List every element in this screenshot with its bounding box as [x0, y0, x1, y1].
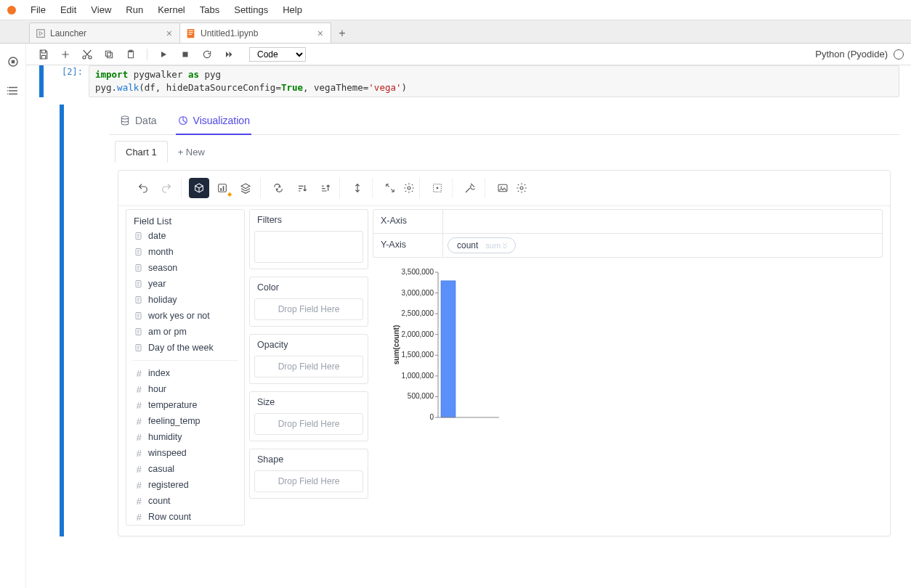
export-image-icon[interactable] — [493, 178, 513, 198]
color-shelf[interactable]: Color Drop Field Here — [249, 277, 368, 327]
duplicate-icon[interactable] — [799, 65, 809, 66]
insert-above-icon[interactable] — [851, 65, 862, 66]
kernel-status-icon[interactable] — [894, 49, 904, 60]
field-feeling_temp[interactable]: #feeling_temp — [126, 413, 244, 429]
export-gear-icon[interactable] — [516, 178, 527, 198]
close-icon[interactable]: × — [165, 28, 174, 39]
field-registered[interactable]: #registered — [126, 477, 244, 493]
shape-shelf[interactable]: Shape Drop Field Here — [249, 449, 368, 499]
menu-tabs[interactable]: Tabs — [193, 1, 227, 18]
size-shelf[interactable]: Size Drop Field Here — [249, 391, 368, 441]
sort-desc-icon[interactable] — [315, 178, 335, 198]
field-humidity[interactable]: #humidity — [126, 429, 244, 445]
menu-view[interactable]: View — [84, 1, 118, 18]
field-month[interactable]: month — [126, 244, 244, 260]
menu-file[interactable]: File — [23, 1, 53, 18]
cell-type-select[interactable]: Code — [249, 47, 306, 62]
tab-data[interactable]: Data — [118, 110, 158, 135]
mark-type-icon[interactable]: ◆ — [212, 178, 232, 198]
field-row-count[interactable]: #Row count — [126, 509, 244, 525]
opacity-drop[interactable]: Drop Field Here — [254, 356, 363, 377]
field-winspeed[interactable]: #winspeed — [126, 445, 244, 461]
sort-asc-icon[interactable] — [291, 178, 312, 198]
field-year[interactable]: year — [126, 276, 244, 292]
field-list-panel: Field List datemonthseasonyearholidaywor… — [126, 209, 245, 526]
field-temperature[interactable]: #temperature — [126, 397, 244, 413]
run-all-icon[interactable] — [222, 47, 236, 62]
chart-tab-1[interactable]: Chart 1 — [115, 141, 168, 163]
menu-help[interactable]: Help — [275, 1, 309, 18]
field-label: work yes or not — [148, 311, 210, 321]
save-icon[interactable] — [36, 47, 51, 62]
run-icon[interactable] — [156, 47, 171, 62]
axis-resize-icon[interactable] — [347, 178, 368, 198]
stack-icon[interactable] — [235, 178, 256, 198]
tab-notebook[interactable]: Untitled1.ipynb × — [180, 23, 331, 43]
svg-rect-6 — [37, 29, 45, 37]
color-drop[interactable]: Drop Field Here — [254, 298, 363, 320]
gear-icon[interactable] — [403, 178, 415, 198]
field-casual[interactable]: #casual — [126, 461, 244, 477]
new-chart-label: + New — [178, 147, 205, 158]
field-holiday[interactable]: holiday — [126, 292, 244, 308]
svg-point-32 — [520, 187, 523, 189]
layout-icon[interactable] — [380, 178, 400, 198]
y-axis-drop[interactable]: count sum — [443, 234, 882, 257]
paste-icon[interactable] — [124, 47, 138, 62]
new-tab-button[interactable]: + — [333, 24, 352, 43]
field-label: Day of the week — [148, 343, 214, 353]
transpose-icon[interactable] — [268, 178, 288, 198]
code-editor[interactable]: import pygwalker as pygpyg.walk(df, hide… — [89, 65, 899, 97]
move-down-icon[interactable] — [834, 65, 844, 66]
copy-icon[interactable] — [102, 47, 116, 62]
toc-icon[interactable] — [5, 83, 21, 99]
pyg-body: Field List datemonthseasonyearholidaywor… — [118, 206, 890, 536]
restart-icon[interactable] — [200, 47, 214, 62]
delete-cell-icon[interactable] — [885, 65, 894, 66]
field-label: casual — [148, 464, 174, 474]
svg-text:0: 0 — [429, 413, 434, 421]
redo-icon[interactable] — [156, 178, 177, 198]
tab-visualization[interactable]: Visualization — [176, 110, 251, 135]
move-up-icon[interactable] — [817, 65, 827, 66]
code-cell[interactable]: [2]: import pygwalker as pygpyg.walk(df,… — [39, 65, 899, 97]
y-axis-shelf[interactable]: Y-Axis count sum — [373, 234, 883, 258]
field-count[interactable]: #count — [126, 493, 244, 509]
filters-shelf[interactable]: Filters — [249, 209, 368, 269]
drop-hint: Drop Field Here — [278, 362, 340, 372]
opacity-shelf[interactable]: Opacity Drop Field Here — [249, 334, 368, 384]
cut-icon[interactable] — [80, 47, 94, 62]
field-am-or-pm[interactable]: am or pm — [126, 324, 244, 340]
y-axis-pill[interactable]: count sum — [448, 237, 516, 253]
field-index[interactable]: #index — [126, 365, 244, 381]
y-pill-agg[interactable]: sum — [485, 241, 508, 250]
field-label: hour — [148, 384, 166, 394]
undo-icon[interactable] — [133, 178, 153, 198]
menu-run[interactable]: Run — [118, 1, 150, 18]
tab-launcher[interactable]: Launcher × — [29, 23, 180, 43]
insert-below-icon[interactable] — [869, 65, 878, 66]
field-season[interactable]: season — [126, 260, 244, 276]
running-icon[interactable] — [5, 54, 21, 70]
close-icon[interactable]: × — [316, 28, 325, 39]
kernel-name[interactable]: Python (Pyodide) — [815, 49, 888, 60]
field-date[interactable]: date — [126, 228, 244, 244]
filters-drop[interactable] — [254, 231, 363, 263]
stop-icon[interactable] — [178, 47, 193, 62]
x-axis-shelf[interactable]: X-Axis — [373, 209, 883, 234]
field-hour[interactable]: #hour — [126, 381, 244, 397]
size-title: Size — [250, 392, 368, 410]
new-chart-button[interactable]: + New — [171, 142, 212, 162]
size-drop[interactable]: Drop Field Here — [254, 413, 363, 435]
menu-kernel[interactable]: Kernel — [150, 1, 193, 18]
field-work-yes-or-not[interactable]: work yes or not — [126, 308, 244, 324]
shape-drop[interactable]: Drop Field Here — [254, 470, 363, 492]
field-day-of-the-week[interactable]: Day of the week — [126, 340, 244, 356]
aggregate-icon[interactable] — [189, 178, 209, 198]
x-axis-drop[interactable] — [443, 210, 882, 233]
coord-icon[interactable] — [427, 178, 448, 198]
menu-edit[interactable]: Edit — [53, 1, 84, 18]
debug-icon[interactable] — [460, 178, 480, 198]
add-cell-icon[interactable] — [58, 47, 73, 62]
menu-settings[interactable]: Settings — [227, 1, 275, 18]
